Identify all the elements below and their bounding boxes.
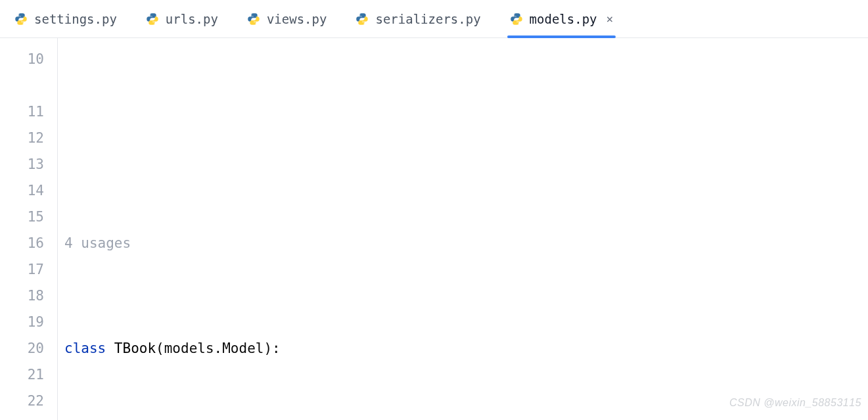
close-icon[interactable]: × bbox=[606, 12, 614, 26]
python-icon bbox=[355, 12, 369, 26]
line-number: 18 bbox=[0, 283, 44, 309]
line-number: 16 bbox=[0, 230, 44, 256]
code-area[interactable]: 4 usages class TBook(models.Model): id =… bbox=[58, 38, 868, 420]
line-number: 17 bbox=[0, 256, 44, 283]
tab-urls[interactable]: urls.py bbox=[131, 0, 233, 37]
tab-settings[interactable]: settings.py bbox=[0, 0, 131, 37]
tab-label: settings.py bbox=[34, 12, 117, 26]
editor-tabs: settings.py urls.py views.py serializers… bbox=[0, 0, 868, 38]
python-icon bbox=[247, 12, 260, 26]
python-icon bbox=[510, 12, 523, 26]
python-icon bbox=[14, 12, 28, 26]
tab-views[interactable]: views.py bbox=[233, 0, 342, 37]
line-number: 15 bbox=[0, 204, 44, 230]
watermark: CSDN @weixin_58853115 bbox=[729, 390, 861, 416]
line-number: 14 bbox=[0, 177, 44, 204]
tab-label: views.py bbox=[267, 12, 327, 26]
python-icon bbox=[146, 12, 159, 26]
line-number: 12 bbox=[0, 125, 44, 151]
line-number: 21 bbox=[0, 362, 44, 388]
code-line[interactable] bbox=[58, 125, 868, 151]
code-line[interactable]: class TBook(models.Model): bbox=[58, 335, 868, 362]
line-number-gutter: 10 11 12 13 14 15 16 17 18 19 20 21 22 bbox=[0, 38, 58, 420]
tab-label: models.py bbox=[530, 12, 597, 26]
tab-serializers[interactable]: serializers.py bbox=[341, 0, 495, 37]
line-number: 22 bbox=[0, 388, 44, 414]
tab-models[interactable]: models.py × bbox=[495, 0, 628, 37]
tab-label: urls.py bbox=[166, 12, 218, 26]
code-editor[interactable]: 10 11 12 13 14 15 16 17 18 19 20 21 22 4… bbox=[0, 38, 868, 420]
usages-hint[interactable]: 4 usages bbox=[58, 230, 868, 256]
line-number: 20 bbox=[0, 335, 44, 362]
line-number: 13 bbox=[0, 151, 44, 177]
line-number: 19 bbox=[0, 309, 44, 335]
line-number: 10 bbox=[0, 46, 44, 72]
line-number: 11 bbox=[0, 99, 44, 125]
tab-label: serializers.py bbox=[375, 12, 480, 26]
